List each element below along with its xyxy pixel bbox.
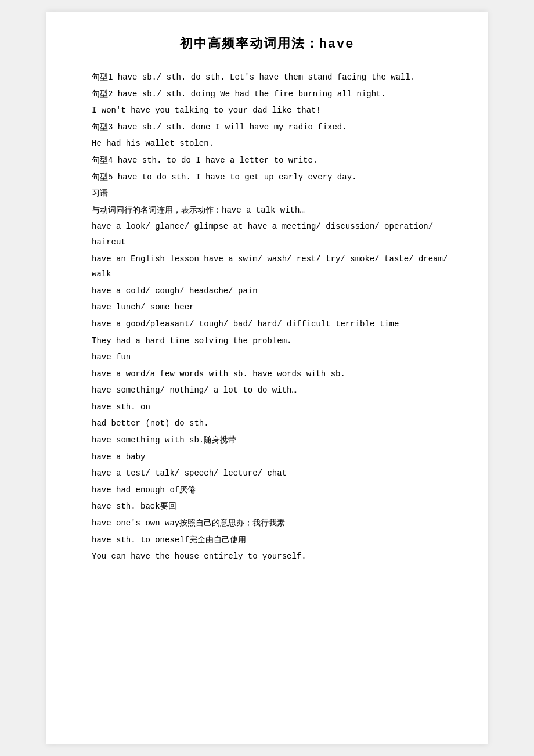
- content-section-s26: have one's own way按照自己的意思办；我行我素: [92, 516, 459, 531]
- content-section-s8: 习语: [75, 186, 459, 201]
- content-section-s7: 句型5 have to do sth. I have to get up ear…: [75, 170, 459, 185]
- content-section-s18: have something/ nothing/ a lot to do wit…: [92, 383, 459, 398]
- content-section-s4: 句型3 have sb./ sth. done I will have my r…: [75, 120, 459, 135]
- page-title: 初中高频率动词用法：have: [75, 35, 459, 52]
- content-section-s22: have a baby: [92, 449, 459, 465]
- content-section-s9: 与动词同行的名词连用，表示动作：have a talk with…: [75, 203, 459, 218]
- content-section-s28: You can have the house entirely to yours…: [92, 549, 459, 564]
- content-section-s17: have a word/a few words with sb. have wo…: [92, 366, 459, 382]
- title-chinese: 初中高频率动词用法：: [180, 36, 319, 51]
- content-section-s2: 句型2 have sb./ sth. doing We had the fire…: [75, 87, 459, 102]
- title-keyword: have: [319, 37, 355, 52]
- content-section-s25: have sth. back要回: [92, 499, 459, 514]
- content-section-s5: He had his wallet stolen.: [92, 136, 459, 152]
- content-section-s14: have a good/pleasant/ tough/ bad/ hard/ …: [92, 316, 459, 332]
- page-container: 初中高频率动词用法：have 句型1 have sb./ sth. do sth…: [46, 12, 488, 744]
- content-area: 句型1 have sb./ sth. do sth. Let's have th…: [75, 70, 459, 564]
- content-section-s27: have sth. to oneself完全由自己使用: [92, 532, 459, 548]
- content-section-s19: have sth. on: [92, 399, 459, 415]
- content-section-s12: have a cold/ cough/ headache/ pain: [92, 283, 459, 299]
- content-section-s20: had better (not) do sth.: [92, 416, 459, 431]
- content-section-s6: 句型4 have sth. to do I have a letter to w…: [75, 153, 459, 168]
- content-section-s24: have had enough of厌倦: [92, 483, 459, 498]
- content-section-s11: have an English lesson have a swim/ wash…: [92, 251, 459, 282]
- content-section-s16: have fun: [92, 350, 459, 365]
- content-section-s10: have a look/ glance/ glimpse at have a m…: [92, 219, 459, 250]
- content-section-s23: have a test/ talk/ speech/ lecture/ chat: [92, 466, 459, 481]
- content-section-s1: 句型1 have sb./ sth. do sth. Let's have th…: [75, 70, 459, 85]
- content-section-s13: have lunch/ some beer: [92, 300, 459, 315]
- content-section-s21: have something with sb.随身携带: [92, 433, 459, 448]
- content-section-s3: I won't have you talking to your dad lik…: [92, 103, 459, 118]
- content-section-s15: They had a hard time solving the problem…: [92, 333, 459, 349]
